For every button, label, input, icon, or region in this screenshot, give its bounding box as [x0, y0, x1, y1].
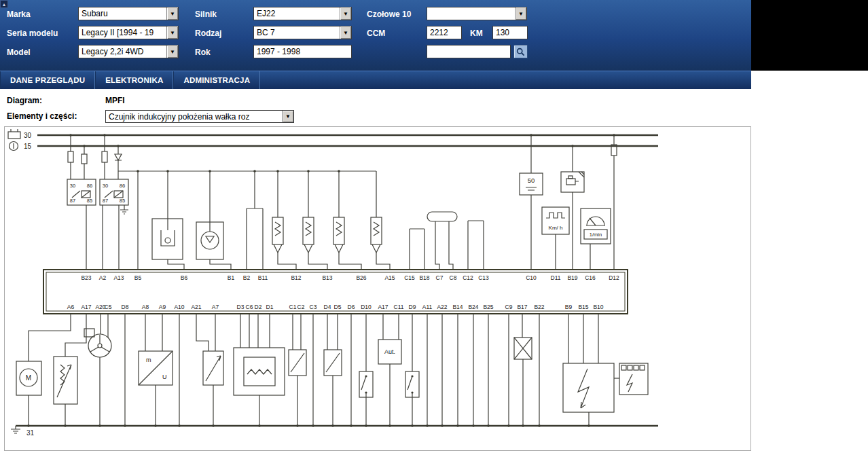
svg-text:D2: D2 [255, 304, 262, 310]
svg-text:C10: C10 [526, 274, 537, 281]
speedometer: Km/ h [542, 207, 569, 234]
ignition-coil [563, 363, 614, 412]
rodzaj-select[interactable]: BC 7 ▼ [253, 26, 352, 39]
fuel-pump-valve [196, 222, 223, 259]
svg-text:B26: B26 [356, 274, 366, 281]
vehicle-header: ▲ Marka Seria modelu Model Silnik Rodzaj… [0, 0, 751, 71]
svg-text:B11: B11 [258, 274, 268, 281]
svg-text:D11: D11 [551, 274, 561, 281]
svg-text:B10: B10 [593, 304, 603, 310]
marka-select[interactable]: Subaru ▼ [78, 7, 179, 20]
corner-scroll-icon[interactable]: ▲ [0, 0, 8, 8]
relay-1: 30 86 87 85 [67, 179, 96, 205]
query-input[interactable] [427, 45, 511, 58]
svg-text:B25: B25 [483, 304, 493, 310]
model-select[interactable]: Legacy 2,2i 4WD ▼ [78, 45, 179, 58]
silnik-label: Silnik [195, 10, 217, 19]
svg-text:A15: A15 [384, 274, 395, 281]
chevron-down-icon[interactable]: ▼ [166, 26, 178, 39]
svg-text:31: 31 [26, 429, 35, 437]
svg-text:Aut.: Aut. [384, 348, 395, 355]
svg-text:50: 50 [528, 177, 535, 184]
svg-text:A2: A2 [99, 274, 107, 281]
model-label: Model [7, 48, 31, 57]
diode-icon [115, 154, 122, 160]
terminal-50-box: 50 [520, 173, 543, 195]
diagram-label: Diagram: [7, 96, 42, 105]
svg-text:B14: B14 [452, 304, 463, 310]
injector-3 [333, 217, 344, 253]
svg-text:86: 86 [87, 183, 92, 189]
bus-31: 31 [11, 426, 658, 437]
chevron-down-icon[interactable]: ▼ [340, 26, 351, 39]
svg-text:U: U [162, 374, 167, 380]
czolowe-select[interactable]: ▼ [427, 7, 527, 20]
ecu: B23A2A13B5B6B1B2B11B12B13B26A15C15B18C7C… [43, 270, 628, 314]
bus-15: 15 [10, 142, 659, 151]
ccm-label: CCM [367, 29, 385, 38]
seria-select[interactable]: Legacy II [1994 - 19 ▼ [78, 26, 179, 39]
silnik-select[interactable]: EJ22 ▼ [253, 7, 352, 20]
svg-text:C8: C8 [450, 274, 457, 281]
svg-text:A21: A21 [191, 304, 201, 310]
svg-text:A9: A9 [159, 304, 166, 310]
search-button[interactable] [513, 45, 528, 58]
pressure-regulator [152, 219, 183, 259]
svg-text:A7: A7 [212, 304, 219, 310]
svg-text:A10: A10 [174, 304, 184, 310]
svg-text:A13: A13 [113, 274, 124, 281]
svg-text:D8: D8 [122, 304, 129, 310]
km-label: KM [470, 29, 483, 38]
rok-input[interactable] [253, 45, 352, 58]
svg-text:C13: C13 [478, 274, 489, 281]
chevron-down-icon[interactable]: ▼ [166, 46, 178, 58]
chevron-down-icon[interactable]: ▼ [282, 111, 293, 122]
svg-text:D4: D4 [324, 304, 331, 310]
svg-text:C2: C2 [297, 304, 305, 310]
svg-text:87: 87 [70, 198, 75, 204]
svg-text:B2: B2 [243, 274, 251, 281]
ignition-switch-icon [10, 142, 18, 151]
menu-item-administracja[interactable]: ADMINISTRACJA [173, 71, 260, 89]
m-u-converter: m U [139, 351, 173, 385]
svg-text:D5: D5 [334, 304, 342, 310]
camshaft-position-sensor [427, 212, 457, 221]
battery-icon [8, 129, 20, 139]
svg-text:A11: A11 [422, 304, 433, 310]
search-icon [516, 48, 525, 56]
svg-text:A17: A17 [378, 304, 388, 310]
km-input[interactable] [492, 26, 528, 39]
diagram-value: MPFI [105, 96, 125, 105]
svg-text:B1: B1 [228, 274, 235, 281]
wiring-diagram: 30 15 31 [5, 127, 751, 450]
svg-text:30: 30 [70, 183, 75, 189]
airflow-meter [234, 348, 285, 395]
svg-text:86: 86 [120, 183, 125, 189]
svg-text:15: 15 [24, 143, 32, 150]
main-menubar: DANE PRZEGLĄDU ELEKTRONIKA ADMINISTRACJA [0, 71, 751, 89]
svg-text:B5: B5 [134, 274, 142, 281]
chevron-down-icon[interactable]: ▼ [515, 7, 526, 20]
svg-text:M: M [26, 374, 31, 382]
diagram-infobar: Diagram: MPFI Elementy i części: Czujnik… [0, 89, 751, 126]
svg-text:C12: C12 [463, 274, 473, 281]
ccm-input[interactable] [427, 26, 462, 39]
chevron-down-icon[interactable]: ▼ [340, 7, 351, 20]
elements-label: Elementy i części: [7, 111, 77, 121]
throttle-position-sensor [203, 351, 223, 385]
svg-text:C1: C1 [289, 304, 297, 310]
svg-text:B6: B6 [181, 274, 188, 281]
czolowe-label: Czołowe 10 [367, 10, 411, 19]
elements-select[interactable]: Czujnik indukcyjny położenia wałka roz ▼ [105, 110, 294, 123]
rodzaj-label: Rodzaj [195, 29, 221, 38]
svg-text:D1: D1 [266, 304, 274, 310]
menu-item-dane-przegladu[interactable]: DANE PRZEGLĄDU [0, 71, 95, 89]
injector-1 [272, 217, 283, 253]
rok-label: Rok [195, 48, 211, 57]
chevron-down-icon[interactable]: ▼ [166, 7, 178, 20]
svg-text:C11: C11 [394, 304, 404, 310]
aut-box: Aut. [378, 340, 401, 364]
svg-text:C6: C6 [246, 304, 253, 310]
menu-item-elektronika[interactable]: ELEKTRONIKA [95, 71, 173, 89]
svg-text:C9: C9 [505, 304, 513, 310]
